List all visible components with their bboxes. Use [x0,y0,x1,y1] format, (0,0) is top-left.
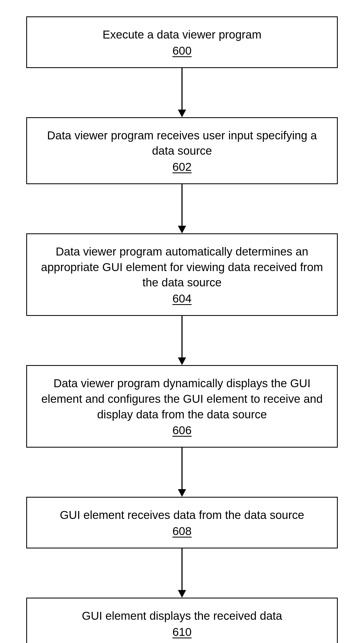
step-box-600: Execute a data viewer program 600 [26,16,338,68]
step-number: 602 [172,160,192,174]
connector-arrow [178,448,186,497]
step-number: 600 [172,44,192,57]
step-box-608: GUI element receives data from the data … [26,497,338,548]
arrow-line [181,316,183,358]
arrow-line [181,448,183,489]
connector-arrow [178,316,186,365]
step-number: 604 [172,292,192,305]
step-text: Execute a data viewer program [102,27,261,43]
connector-arrow [178,548,186,598]
arrow-head-icon [178,226,186,233]
arrow-head-icon [178,489,186,497]
step-text: GUI element displays the received data [82,608,282,624]
step-text: Data viewer program automatically determ… [41,244,323,290]
arrow-line [181,68,183,110]
arrow-head-icon [178,590,186,598]
step-box-606: Data viewer program dynamically displays… [26,365,338,448]
step-text: Data viewer program receives user input … [41,128,323,159]
arrow-line [181,184,183,226]
flowchart-container: Execute a data viewer program 600 Data v… [0,16,364,643]
step-number: 606 [172,424,192,437]
arrow-line [181,548,183,590]
step-box-604: Data viewer program automatically determ… [26,233,338,316]
connector-arrow [178,184,186,233]
step-number: 608 [172,525,192,538]
step-text: GUI element receives data from the data … [60,507,304,523]
step-number: 610 [172,626,192,639]
arrow-head-icon [178,357,186,365]
connector-arrow [178,68,186,117]
step-box-602: Data viewer program receives user input … [26,117,338,184]
arrow-head-icon [178,110,186,117]
step-box-610: GUI element displays the received data 6… [26,598,338,643]
step-text: Data viewer program dynamically displays… [41,376,323,422]
